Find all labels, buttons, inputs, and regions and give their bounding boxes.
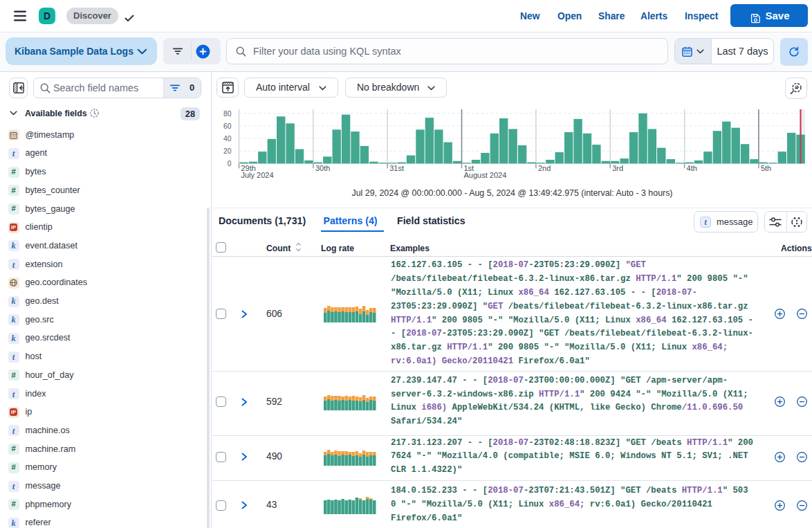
svg-text:20: 20: [223, 147, 232, 155]
svg-text:4th: 4th: [687, 164, 697, 172]
svg-text:30th: 30th: [315, 164, 330, 172]
svg-text:July 2024: July 2024: [241, 171, 274, 179]
svg-text:3rd: 3rd: [612, 164, 623, 172]
svg-text:60: 60: [223, 122, 232, 130]
svg-text:80: 80: [223, 110, 232, 118]
svg-text:5th: 5th: [761, 164, 771, 172]
svg-text:40: 40: [223, 135, 232, 143]
svg-text:0: 0: [228, 160, 232, 167]
svg-text:31st: 31st: [389, 164, 404, 172]
svg-text:August 2024: August 2024: [464, 171, 507, 179]
svg-text:2nd: 2nd: [538, 164, 551, 172]
